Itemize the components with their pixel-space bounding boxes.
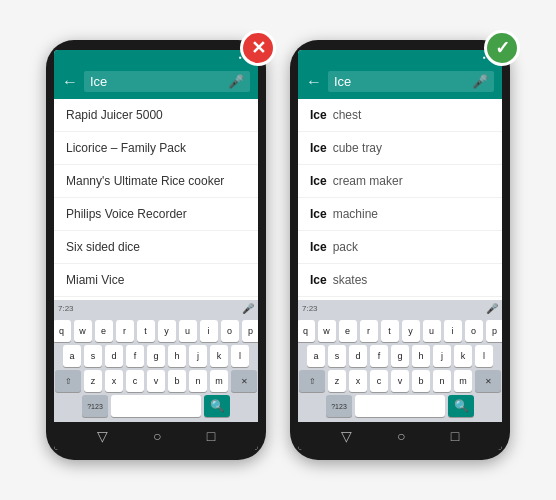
key-o-left[interactable]: o [221,320,239,342]
key-i-right[interactable]: i [444,320,462,342]
right-s6-bold: Ice [310,273,327,287]
key-space-right[interactable] [355,395,445,417]
left-time: 7:23 [58,304,74,313]
right-search-container[interactable]: Ice 🎤 [328,71,494,92]
key-search-left[interactable]: 🔍 [204,395,230,417]
right-back-arrow-icon[interactable]: ← [306,73,322,91]
key-z-right[interactable]: z [328,370,346,392]
key-r-right[interactable]: r [360,320,378,342]
key-c-left[interactable]: c [126,370,144,392]
left-status-bar: ▪ ▪ ▪ [54,50,258,64]
right-suggestion-6[interactable]: Ice skates [298,264,502,297]
right-suggestion-3[interactable]: Ice cream maker [298,165,502,198]
left-mic-icon[interactable]: 🎤 [228,74,244,89]
key-b-right[interactable]: b [412,370,430,392]
key-num-left[interactable]: ?123 [82,395,108,417]
key-n-left[interactable]: n [189,370,207,392]
left-keyboard-row-4: ?123 🔍 [56,395,256,417]
key-w-left[interactable]: w [74,320,92,342]
left-back-arrow-icon[interactable]: ← [62,73,78,91]
left-suggestion-6[interactable]: Miami Vice [54,264,258,297]
key-e-right[interactable]: e [339,320,357,342]
right-suggestion-4[interactable]: Ice machine [298,198,502,231]
key-h-left[interactable]: h [168,345,186,367]
key-f-right[interactable]: f [370,345,388,367]
key-h-right[interactable]: h [412,345,430,367]
key-s-right[interactable]: s [328,345,346,367]
key-p-right[interactable]: p [486,320,503,342]
key-shift-right[interactable]: ⇧ [299,370,325,392]
right-suggestion-5[interactable]: Ice pack [298,231,502,264]
home-nav-icon-left[interactable]: ○ [153,428,161,444]
left-suggestion-3[interactable]: Manny's Ultimate Rice cooker [54,165,258,198]
key-d-left[interactable]: d [105,345,123,367]
key-v-left[interactable]: v [147,370,165,392]
key-j-right[interactable]: j [433,345,451,367]
right-suggestions: Ice chest Ice cube tray Ice cream maker … [298,99,502,300]
key-m-left[interactable]: m [210,370,228,392]
back-nav-icon-left[interactable]: ▽ [97,428,108,444]
key-z-left[interactable]: z [84,370,102,392]
key-delete-right[interactable]: ✕ [475,370,501,392]
key-u-right[interactable]: u [423,320,441,342]
key-b-left[interactable]: b [168,370,186,392]
right-mic-icon[interactable]: 🎤 [472,74,488,89]
key-o-right[interactable]: o [465,320,483,342]
key-y-right[interactable]: y [402,320,420,342]
left-bottom-bar: ▽ ○ □ [54,422,258,450]
left-suggestion-2[interactable]: Licorice – Family Pack [54,132,258,165]
recents-nav-icon-left[interactable]: □ [207,428,215,444]
key-i-left[interactable]: i [200,320,218,342]
key-p-left[interactable]: p [242,320,259,342]
key-e-left[interactable]: e [95,320,113,342]
key-x-left[interactable]: x [105,370,123,392]
left-ime-mic-icon[interactable]: 🎤 [242,303,254,314]
left-search-container[interactable]: Ice 🎤 [84,71,250,92]
key-y-left[interactable]: y [158,320,176,342]
key-r-left[interactable]: r [116,320,134,342]
key-a-right[interactable]: a [307,345,325,367]
key-shift-left[interactable]: ⇧ [55,370,81,392]
left-keyboard-row-1: q w e r t y u i o p [56,320,256,342]
key-k-right[interactable]: k [454,345,472,367]
left-suggestion-5[interactable]: Six sided dice [54,231,258,264]
right-suggestion-1[interactable]: Ice chest [298,99,502,132]
home-nav-icon-right[interactable]: ○ [397,428,405,444]
key-k-left[interactable]: k [210,345,228,367]
key-w-right[interactable]: w [318,320,336,342]
left-suggestion-1-text: Rapid Juicer 5000 [66,108,163,122]
key-q-right[interactable]: q [298,320,315,342]
key-t-left[interactable]: t [137,320,155,342]
key-m-right[interactable]: m [454,370,472,392]
key-n-right[interactable]: n [433,370,451,392]
wrong-badge: ✕ [240,30,276,66]
key-g-right[interactable]: g [391,345,409,367]
key-search-right[interactable]: 🔍 [448,395,474,417]
key-delete-left[interactable]: ✕ [231,370,257,392]
key-num-right[interactable]: ?123 [326,395,352,417]
key-u-left[interactable]: u [179,320,197,342]
right-s2-bold: Ice [310,141,327,155]
key-t-right[interactable]: t [381,320,399,342]
key-x-right[interactable]: x [349,370,367,392]
left-ime-row: 7:23 🎤 [54,300,258,316]
key-f-left[interactable]: f [126,345,144,367]
right-suggestion-2[interactable]: Ice cube tray [298,132,502,165]
key-a-left[interactable]: a [63,345,81,367]
key-l-left[interactable]: l [231,345,249,367]
key-v-right[interactable]: v [391,370,409,392]
key-d-right[interactable]: d [349,345,367,367]
back-nav-icon-right[interactable]: ▽ [341,428,352,444]
key-g-left[interactable]: g [147,345,165,367]
left-suggestion-1[interactable]: Rapid Juicer 5000 [54,99,258,132]
right-ime-mic-icon[interactable]: 🎤 [486,303,498,314]
right-phone: ▪ ▪ ▪ ← Ice 🎤 Ice chest Ice cube tray [290,40,510,460]
key-c-right[interactable]: c [370,370,388,392]
key-l-right[interactable]: l [475,345,493,367]
left-suggestion-4[interactable]: Philips Voice Recorder [54,198,258,231]
key-space-left[interactable] [111,395,201,417]
key-j-left[interactable]: j [189,345,207,367]
key-s-left[interactable]: s [84,345,102,367]
recents-nav-icon-right[interactable]: □ [451,428,459,444]
key-q-left[interactable]: q [54,320,71,342]
